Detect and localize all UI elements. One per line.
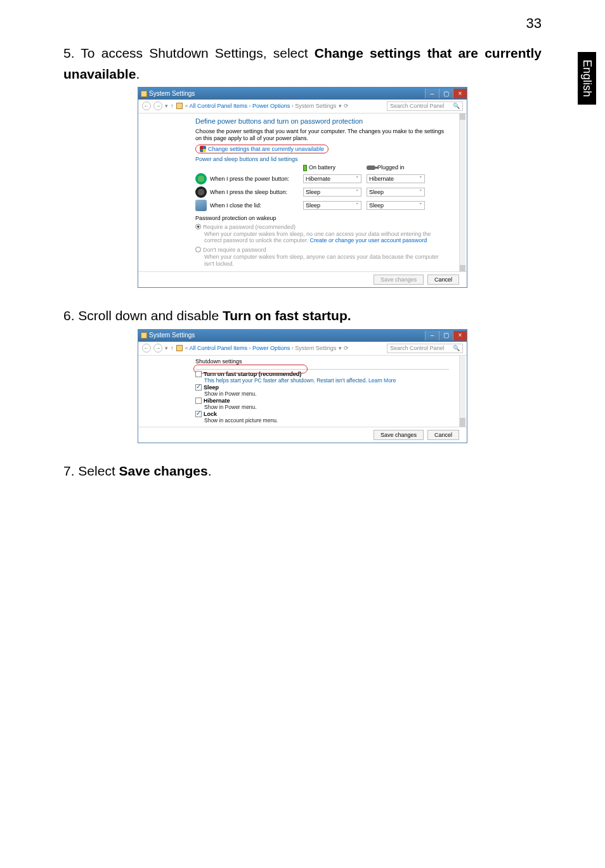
vertical-scrollbar[interactable] [459,356,465,427]
window-title: System Settings [149,90,195,98]
sleep-plugged-select[interactable]: Sleep˅ [367,188,425,197]
search-placeholder: Search Control Panel [390,103,445,110]
save-changes-button[interactable]: Save changes [374,275,424,285]
option-hibernate: Hibernate Show in Power menu. [195,398,449,411]
dont-require-password-label: Don't require a password [203,247,266,253]
crumb-1[interactable]: All Control Panel Items [190,103,248,109]
sleep-checkbox[interactable] [195,384,202,391]
search-icon: 🔍 [453,345,460,352]
nav-refresh[interactable]: ▾ ⟳ [339,103,349,110]
fast-startup-checkbox[interactable] [195,371,202,377]
window-title: System Settings [149,332,195,339]
lock-label: Lock [204,411,217,417]
power-button-icon [195,173,207,185]
folder-icon [176,103,183,109]
close-button[interactable]: × [453,89,467,98]
crumb-sep1: › [249,103,251,109]
cancel-button[interactable]: Cancel [427,275,459,285]
chevron-down-icon: ˅ [356,189,359,196]
breadcrumb[interactable]: « All Control Panel Items › Power Option… [185,103,337,110]
maximize-button[interactable]: ▢ [439,89,453,98]
lid-plugged-select[interactable]: Sleep˅ [367,201,425,211]
titlebar: System Settings – ▢ × [138,330,467,342]
page-number: 33 [526,15,542,32]
nav-bar: ← → ▾ ↑ « All Control Panel Items › Powe… [138,342,467,356]
titlebar: System Settings – ▢ × [138,87,467,100]
require-password-radio [195,224,201,230]
dont-require-password-radio [195,247,201,252]
crumb-sep2: › [292,103,294,109]
vertical-scrollbar[interactable] [459,113,465,271]
dialog-footer: Save changes Cancel [138,271,467,288]
chevron-down-icon: ˅ [419,189,422,196]
crumb-2[interactable]: Power Options [252,103,290,109]
plug-icon [367,165,375,170]
search-input[interactable]: Search Control Panel 🔍 [387,101,463,111]
require-password-label: Require a password (recommended) [203,224,296,230]
dont-require-password-desc: When your computer wakes from sleep, any… [204,254,449,268]
maximize-button[interactable]: ▢ [439,331,453,340]
system-settings-window-1: System Settings – ▢ × ← → ▾ ↑ « All Cont… [138,87,467,288]
nav-up-button[interactable]: ↑ [171,103,174,110]
sleep-label: Sleep [204,384,219,391]
row-close-lid: When I close the lid: Sleep˅ Sleep˅ [195,200,449,211]
language-side-tab: English [578,52,596,105]
nav-up-button[interactable]: ↑ [171,345,174,352]
window-icon [141,332,147,339]
folder-icon [176,345,183,351]
power-plugged-select[interactable]: Hibernate˅ [367,174,425,184]
minimize-button[interactable]: – [425,89,439,98]
step-7-part2: . [208,463,212,478]
change-settings-link-text: Change settings that are currently unava… [208,146,324,152]
crumb-pre: « [185,345,188,351]
require-password-desc: When your computer wakes from sleep, no … [204,231,449,245]
search-placeholder: Search Control Panel [390,345,445,352]
step-5-text: 5. To access Shutdown Settings, select C… [63,43,542,84]
step-7-part1: 7. Select [63,463,119,478]
password-protection-heading: Password protection on wakeup [195,215,449,222]
crumb-sep2: › [292,345,294,351]
option-lock: Lock Show in account picture menu. [195,411,449,424]
close-button[interactable]: × [453,331,467,340]
crumb-sep1: › [249,345,251,351]
crumb-pre: « [185,103,188,109]
hibernate-desc: Show in Power menu. [204,404,449,410]
step-7-bold: Save changes [119,463,208,478]
option-sleep: Sleep Show in Power menu. [195,384,449,398]
minimize-button[interactable]: – [425,331,439,340]
change-settings-link[interactable]: Change settings that are currently unava… [195,145,329,154]
breadcrumb[interactable]: « All Control Panel Items › Power Option… [185,345,337,352]
power-battery-select[interactable]: Hibernate˅ [303,174,361,184]
save-changes-button[interactable]: Save changes [374,430,424,441]
row-label: When I press the sleep button: [210,189,303,196]
nav-refresh[interactable]: ▾ ⟳ [339,345,349,352]
chevron-down-icon: ˅ [356,176,359,183]
nav-sep: ▾ [165,345,168,352]
cancel-button[interactable]: Cancel [427,430,459,441]
lock-checkbox[interactable] [195,411,202,417]
hibernate-checkbox[interactable] [195,398,202,404]
step-5-part1: 5. To access Shutdown Settings, select [63,46,315,60]
learn-more-link[interactable]: Learn More [368,377,396,384]
highlight-oval [193,365,308,373]
nav-bar: ← → ▾ ↑ « All Control Panel Items › Powe… [138,100,467,113]
section-body: Choose the power settings that you want … [195,128,449,142]
step-6-text: 6. Scroll down and disable Turn on fast … [63,306,542,327]
search-input[interactable]: Search Control Panel 🔍 [387,344,463,353]
create-change-password-link[interactable]: Create or change your user account passw… [310,237,427,243]
nav-forward-button[interactable]: → [153,344,162,353]
step-6-part1: 6. Scroll down and disable [63,308,223,323]
sub-heading-buttons: Power and sleep buttons and lid settings [195,156,449,163]
nav-back-button[interactable]: ← [142,344,151,353]
nav-forward-button[interactable]: → [153,101,162,110]
sleep-battery-select[interactable]: Sleep˅ [303,188,361,197]
lid-battery-select[interactable]: Sleep˅ [303,201,361,211]
crumb-2[interactable]: Power Options [252,345,290,351]
system-settings-window-2: System Settings – ▢ × ← → ▾ ↑ « All Cont… [138,329,467,443]
nav-back-button[interactable]: ← [142,101,151,110]
nav-sep: ▾ [165,103,168,110]
crumb-1[interactable]: All Control Panel Items [190,345,248,351]
col-on-battery: On battery [303,164,367,171]
step-7-text: 7. Select Save changes. [63,461,542,482]
col-plugged-in: Plugged in [367,164,430,171]
